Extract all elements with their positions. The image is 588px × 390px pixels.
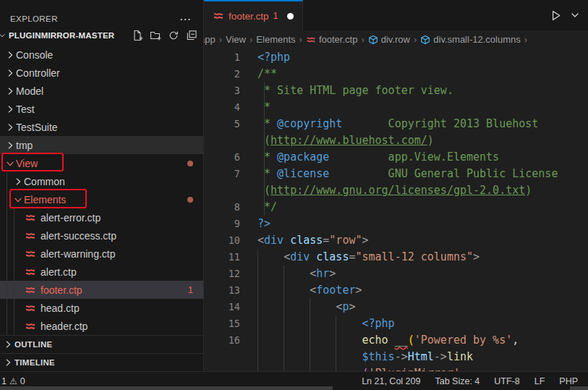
code-text: * @copyright Copyright 2013 Bluehost — [240, 116, 538, 132]
breadcrumb-item-View[interactable]: View — [226, 34, 246, 45]
code-text: <?php — [240, 315, 395, 332]
code-line-10[interactable]: 10<div class="row"> — [204, 232, 588, 249]
tree-item-alert-warning-ctp[interactable]: alert-warning.ctp — [0, 245, 203, 263]
problems-indicator[interactable]: 1 ⚠ 0 — [0, 376, 25, 386]
new-file-icon[interactable] — [132, 30, 143, 41]
indent-guide — [336, 349, 336, 365]
tree-item-View[interactable]: View — [0, 154, 203, 172]
vscode-window: EXPLORER ⋯ PLUGINMIRROR-MASTER ConsoleCo… — [0, 0, 588, 390]
tree-item-label: Model — [16, 85, 43, 97]
code-line-wrap[interactable]: (http://www.gnu.org/licenses/gpl-2.0.txt… — [204, 182, 588, 199]
code-line-7[interactable]: 7 * @license GNU General Public License — [204, 166, 588, 182]
explorer-sidebar: EXPLORER ⋯ PLUGINMIRROR-MASTER ConsoleCo… — [0, 0, 203, 371]
tree-item-label: View — [16, 158, 38, 169]
code-line-3[interactable]: 3 * Site HTML page footer view. — [204, 82, 588, 99]
breadcrumb-label: footer.ctp — [319, 34, 357, 45]
code-text: echo __('Powered by %s', — [240, 332, 519, 349]
collapse-all-icon[interactable] — [186, 30, 197, 41]
indent-guide — [310, 315, 310, 332]
cakephp-file-icon — [25, 212, 36, 224]
tree-item-Common[interactable]: Common — [0, 172, 203, 190]
breadcrumb-item-div-small-12-columns[interactable]: div.small-12.columns — [420, 34, 520, 45]
code-line-15[interactable]: 15 <?php — [204, 315, 588, 332]
code-text: (http://www.bluehost.com/) — [240, 132, 434, 149]
project-root-row[interactable]: PLUGINMIRROR-MASTER — [0, 25, 203, 46]
code-line-4[interactable]: 4 * — [204, 99, 588, 116]
code-line-14[interactable]: 14 <p> — [204, 299, 588, 315]
tree-item-footer-ctp[interactable]: footer.ctp1 — [0, 281, 203, 299]
indent-guide — [284, 365, 284, 371]
section-header-timeline[interactable]: TIMELINE — [0, 353, 203, 371]
tree-item-Elements[interactable]: Elements — [0, 190, 203, 208]
code-line-16[interactable]: 16 echo __('Powered by %s', — [204, 332, 588, 349]
line-number: 7 — [204, 166, 240, 182]
code-line-9[interactable]: 9?> — [204, 216, 588, 232]
indent-guide — [264, 116, 265, 132]
cakephp-file-icon — [306, 35, 316, 45]
breadcrumb-label: View — [226, 34, 246, 45]
breadcrumb-label: app — [204, 34, 216, 45]
indent-guide — [310, 299, 310, 315]
project-root-label: PLUGINMIRROR-MASTER — [9, 31, 114, 40]
chevron-right-icon — [5, 122, 15, 132]
breadcrumb-item-app[interactable]: app — [204, 34, 216, 45]
code-editor[interactable]: 1<?php2/**3 * Site HTML page footer view… — [204, 48, 588, 371]
error-count: 1 — [1, 376, 7, 386]
indent-guide — [264, 99, 265, 116]
code-line-2[interactable]: 2/** — [204, 66, 588, 82]
tree-item-Console[interactable]: Console — [0, 46, 203, 64]
indent-guide — [284, 266, 284, 282]
explorer-more-actions-icon[interactable]: ⋯ — [179, 16, 192, 23]
code-line-12[interactable]: 12 <hr> — [204, 266, 588, 282]
indent-guide — [264, 132, 265, 149]
status-item-utf-8[interactable]: UTF-8 — [494, 376, 519, 386]
code-text: * @package app.View.Elements — [240, 149, 499, 166]
code-line-wrap[interactable]: $this->Html->link — [204, 349, 588, 365]
code-line-1[interactable]: 1<?php — [204, 49, 588, 66]
code-line-6[interactable]: 6 * @package app.View.Elements — [204, 149, 588, 166]
refresh-icon[interactable] — [168, 30, 179, 41]
horizontal-scrollbar-thumb[interactable] — [570, 386, 588, 390]
tree-item-tmp[interactable]: tmp — [0, 136, 203, 154]
tree-item-TestSuite[interactable]: TestSuite — [0, 118, 203, 136]
breadcrumb-separator-icon: › — [250, 34, 252, 45]
tree-item-alert-error-ctp[interactable]: alert-error.ctp — [0, 208, 203, 226]
breadcrumb-item-div-row[interactable]: div.row — [368, 34, 410, 45]
tree-item-header-ctp[interactable]: header.ctp — [0, 317, 203, 335]
chevron-right-icon — [5, 104, 15, 114]
code-line-5[interactable]: 5 * @copyright Copyright 2013 Bluehost — [204, 116, 588, 132]
tab-modified-dot-icon[interactable] — [287, 13, 294, 20]
tab-footer-ctp[interactable]: footer.ctp 1 — [204, 0, 303, 30]
chevron-down-icon[interactable] — [571, 11, 579, 20]
new-folder-icon[interactable] — [150, 30, 161, 41]
code-text: ('PluginMirror' — [240, 365, 460, 371]
status-item-tab-size-4[interactable]: Tab Size: 4 — [435, 376, 480, 386]
tree-item-Model[interactable]: Model — [0, 82, 203, 100]
tree-indent-guide — [14, 208, 14, 335]
status-item-php[interactable]: PHP — [559, 376, 578, 386]
indent-guide — [257, 266, 258, 282]
code-text: * — [240, 99, 270, 116]
section-label: TIMELINE — [14, 358, 55, 367]
tree-item-alert-success-ctp[interactable]: alert-success.ctp — [0, 226, 203, 245]
tree-item-alert-ctp[interactable]: alert.ctp — [0, 263, 203, 281]
code-line-wrap[interactable]: (http://www.bluehost.com/) — [204, 132, 588, 149]
tree-item-Test[interactable]: Test — [0, 100, 203, 118]
status-item-ln-21-col-209[interactable]: Ln 21, Col 209 — [362, 376, 420, 386]
section-header-outline[interactable]: OUTLINE — [0, 335, 203, 353]
breadcrumb-item-footer-ctp[interactable]: footer.ctp — [306, 34, 357, 45]
horizontal-scrollbar-thumb[interactable] — [0, 386, 333, 390]
breadcrumb-separator-icon: › — [524, 34, 527, 45]
chevron-right-icon — [3, 339, 13, 349]
code-line-13[interactable]: 13 <footer> — [204, 282, 588, 299]
code-line-8[interactable]: 8 */ — [204, 199, 588, 216]
breadcrumb-item-Elements[interactable]: Elements — [256, 34, 295, 45]
run-icon[interactable] — [550, 9, 562, 22]
tree-item-Controller[interactable]: Controller — [0, 64, 203, 82]
status-item-lf[interactable]: LF — [534, 376, 545, 386]
code-text: (http://www.gnu.org/licenses/gpl-2.0.txt… — [240, 182, 532, 199]
code-line-wrap[interactable]: ('PluginMirror' — [204, 365, 588, 371]
tree-item-head-ctp[interactable]: head.ctp — [0, 299, 203, 317]
warning-icon: ⚠ — [9, 376, 17, 386]
code-line-11[interactable]: 11 <div class="small-12 columns"> — [204, 249, 588, 266]
